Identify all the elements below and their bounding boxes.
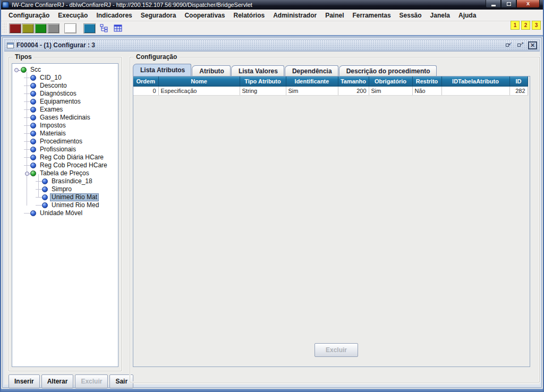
column-header-ordem[interactable]: Ordem <box>133 76 158 86</box>
menu-cooperativas[interactable]: Cooperativas <box>180 11 229 20</box>
tree-node-scc[interactable]: Scc <box>12 66 118 74</box>
swatch-green[interactable] <box>35 23 47 33</box>
tab-content-pane: OrdemNomeTipo AtributoIdentificanteTaman… <box>133 76 530 367</box>
blue-sphere-icon <box>30 155 36 160</box>
tree-node-impostos[interactable]: Impostos <box>12 122 118 130</box>
tipos-buttons: InserirAlterarExcluirSair <box>8 374 133 388</box>
excluir-button: Excluir <box>75 374 108 388</box>
blue-sphere-icon <box>30 83 36 89</box>
frame-close-button[interactable]: ✕ <box>528 41 537 49</box>
column-header-id[interactable]: ID <box>509 76 528 86</box>
tree-connector <box>36 189 42 190</box>
tree-view-icon-button[interactable] <box>97 22 110 34</box>
table-header-row: OrdemNomeTipo AtributoIdentificanteTaman… <box>133 76 528 86</box>
tree-node-reg-cob-proced-hcare[interactable]: Reg Cob Proced HCare <box>12 161 118 169</box>
quick-button-3[interactable]: 3 <box>532 21 541 30</box>
internal-frame-titlebar[interactable]: F00004 - (1) Configurar : 3 ↙ ↗ ✕ <box>4 39 540 51</box>
column-header-idtabelaatributo[interactable]: IDTabelaAtributo <box>441 76 509 86</box>
minimize-button[interactable] <box>486 0 501 8</box>
tree-node-label: Reg Cob Diária HCare <box>39 154 105 161</box>
menu-ferramentas[interactable]: Ferramentas <box>348 11 395 20</box>
frame-minimize-button[interactable]: ↙ <box>505 41 514 49</box>
menu-configuracao[interactable]: Configuração <box>4 11 54 20</box>
tree-node-tabela-de-precos[interactable]: Tabela de Preços <box>12 169 118 177</box>
window-grid-icon-button[interactable] <box>112 22 125 34</box>
tree-node-desconto[interactable]: Desconto <box>12 82 118 90</box>
desktop-pane: F00004 - (1) Configurar : 3 ↙ ↗ ✕ Tipos … <box>1 37 543 389</box>
tree-node-materiais[interactable]: Materiais <box>12 130 118 138</box>
tree-connector <box>24 101 30 102</box>
tree-node-reg-cob-diaria-hcare[interactable]: Reg Cob Diária HCare <box>12 154 118 161</box>
column-header-tamanho[interactable]: Tamanho <box>338 76 369 86</box>
tree-node-label: Exames <box>39 106 64 113</box>
column-header-identificante[interactable]: Identificante <box>286 76 338 86</box>
menu-relatorios[interactable]: Relatórios <box>229 11 269 20</box>
table-row[interactable]: 0EspecificaçãoStringSim200SimNão282 <box>133 86 528 95</box>
config-panel: Configuração Lista AtributosAtributoList… <box>130 57 540 382</box>
column-header-obrigatorio[interactable]: Obrigatório <box>369 76 412 86</box>
column-header-tipo-atributo[interactable]: Tipo Atributo <box>240 76 286 86</box>
menu-seguradora[interactable]: Seguradora <box>137 11 181 20</box>
expand-handle-icon[interactable] <box>13 67 20 73</box>
tab-dependencia[interactable]: Dependência <box>285 65 338 76</box>
tree-node-simpro[interactable]: Simpro <box>12 185 118 193</box>
inserir-button[interactable]: Inserir <box>8 374 40 388</box>
tree-node-diagnosticos[interactable]: Diagnósticos <box>12 90 118 98</box>
tree-connector <box>24 93 30 94</box>
menu-janela[interactable]: Janela <box>426 11 454 20</box>
cell-ordem: 0 <box>133 86 158 95</box>
tree-node-gases-medicinais[interactable]: Gases Medicinais <box>12 114 118 122</box>
tree-node-profissionais[interactable]: Profissionais <box>12 146 118 154</box>
tab-lista-valores[interactable]: Lista Valores <box>231 65 284 76</box>
column-header-restrito[interactable]: Restrito <box>412 76 441 86</box>
tree-view-icon <box>100 24 108 32</box>
restore-button[interactable] <box>501 0 516 8</box>
toolbar-grip[interactable] <box>2 22 7 34</box>
tree-node-exames[interactable]: Exames <box>12 106 118 114</box>
quick-buttons: 123 <box>511 21 541 30</box>
menu-painel[interactable]: Painel <box>321 11 348 20</box>
menu-administrador[interactable]: Administrador <box>269 11 321 20</box>
tree-node-unimed-rio-med[interactable]: Unimed Rio Med <box>12 201 118 209</box>
tree-node-unimed-rio-mat[interactable]: Unimed Rio Mat <box>12 193 118 201</box>
tipos-tree[interactable]: SccCID_10DescontoDiagnósticosEquipamento… <box>12 63 118 367</box>
tree-connector <box>36 205 42 206</box>
quick-button-2[interactable]: 2 <box>521 21 530 30</box>
close-button[interactable]: X <box>516 0 540 8</box>
tipos-panel-title: Tipos <box>13 53 34 61</box>
green-sphere-icon <box>30 171 36 176</box>
cell-idtabelaatributo <box>441 86 509 95</box>
tree-node-unidade-movel[interactable]: Unidade Móvel <box>12 209 118 217</box>
blue-sphere-icon <box>30 91 36 97</box>
menu-execucao[interactable]: Execução <box>54 11 92 20</box>
alterar-button[interactable]: Alterar <box>41 374 74 388</box>
expand-handle-icon[interactable] <box>24 171 30 177</box>
menu-indicadores[interactable]: Indicadores <box>92 11 136 20</box>
tab-lista-atributos[interactable]: Lista Atributos <box>133 64 191 76</box>
frame-maximize-button[interactable]: ↗ <box>516 41 525 49</box>
tree-node-cid-10[interactable]: CID_10 <box>12 74 118 82</box>
cell-restrito: Não <box>412 86 441 95</box>
blue-sphere-icon <box>30 107 36 113</box>
window-controls: X <box>486 0 540 8</box>
swatch-teal[interactable] <box>83 23 96 33</box>
tree-node-procedimentos[interactable]: Procedimentos <box>12 138 118 146</box>
swatch-olive[interactable] <box>22 23 34 33</box>
tab-atributo[interactable]: Atributo <box>192 65 231 76</box>
tree-connector <box>24 157 30 158</box>
tree-node-brasindice-18[interactable]: Brasíndice_18 <box>12 177 118 185</box>
blue-sphere-icon <box>30 131 36 137</box>
frame-close-icon: ✕ <box>530 42 535 48</box>
swatch-dark-red[interactable] <box>9 23 21 33</box>
menu-sessao[interactable]: Sessão <box>395 11 426 20</box>
tree-node-label: Profissionais <box>39 146 77 153</box>
column-header-nome[interactable]: Nome <box>158 76 240 86</box>
swatch-white[interactable] <box>64 23 76 33</box>
minimize-icon <box>491 5 496 6</box>
menu-ajuda[interactable]: Ajuda <box>454 11 480 20</box>
tree-node-equipamentos[interactable]: Equipamentos <box>12 98 118 106</box>
quick-button-1[interactable]: 1 <box>511 21 520 30</box>
swatch-gray[interactable] <box>47 23 60 33</box>
tab-descricao-do-procedimento[interactable]: Descrição do procedimento <box>339 65 437 76</box>
frame-minimize-arrow-icon: ↙ <box>508 41 513 46</box>
